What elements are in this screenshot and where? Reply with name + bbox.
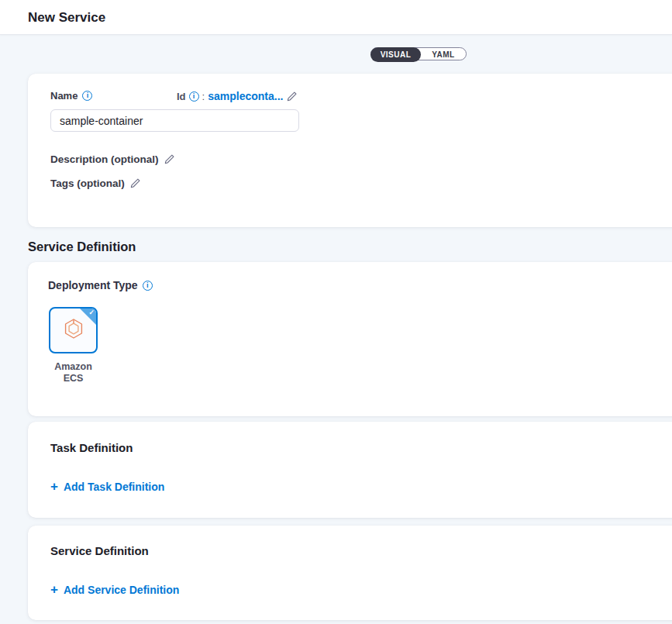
service-definition-title: Service Definition <box>50 544 149 557</box>
edit-description-icon[interactable] <box>164 153 175 165</box>
description-label: Description (optional) <box>50 153 159 165</box>
edit-id-icon[interactable] <box>286 91 298 102</box>
name-label: Name <box>50 90 78 102</box>
service-definition-card: Service Definition + Add Service Definit… <box>28 526 672 620</box>
deployment-option-label-line1: Amazon <box>49 361 98 373</box>
deployment-type-card: Deployment Type i ✓ Amazon ECS <box>28 262 672 416</box>
visual-yaml-toggle[interactable]: VISUAL YAML <box>370 47 467 60</box>
deployment-option-label-line2: ECS <box>49 373 98 384</box>
check-icon: ✓ <box>88 309 95 316</box>
name-info-icon[interactable]: i <box>82 91 92 101</box>
service-overview-card: Name i Id i : sampleconta... Description… <box>28 74 672 227</box>
plus-icon: + <box>50 584 58 595</box>
add-service-definition-button[interactable]: + Add Service Definition <box>50 584 179 596</box>
service-name-input[interactable] <box>50 109 299 132</box>
toggle-option-visual[interactable]: VISUAL <box>370 47 421 62</box>
deployment-type-info-icon[interactable]: i <box>143 281 153 291</box>
tags-label: Tags (optional) <box>50 178 125 189</box>
plus-icon: + <box>50 481 58 492</box>
add-service-definition-label: Add Service Definition <box>64 584 179 596</box>
id-colon: : <box>202 91 205 102</box>
task-definition-card: Task Definition + Add Task Definition <box>28 422 672 518</box>
deployment-option-amazon-ecs[interactable]: ✓ <box>49 307 98 353</box>
deployment-option-label: Amazon ECS <box>49 361 98 384</box>
page-header: New Service <box>0 0 672 35</box>
id-label: Id <box>177 91 186 102</box>
add-task-definition-label: Add Task Definition <box>64 481 164 493</box>
toggle-option-yaml[interactable]: YAML <box>421 48 466 61</box>
id-info-icon[interactable]: i <box>189 91 199 102</box>
page-title: New Service <box>28 0 105 35</box>
id-value-link[interactable]: sampleconta... <box>208 90 283 102</box>
service-definition-section-title: Service Definition <box>28 240 136 254</box>
add-task-definition-button[interactable]: + Add Task Definition <box>50 481 164 493</box>
deployment-type-label: Deployment Type <box>48 279 138 291</box>
task-definition-title: Task Definition <box>50 441 133 454</box>
edit-tags-icon[interactable] <box>129 178 141 189</box>
